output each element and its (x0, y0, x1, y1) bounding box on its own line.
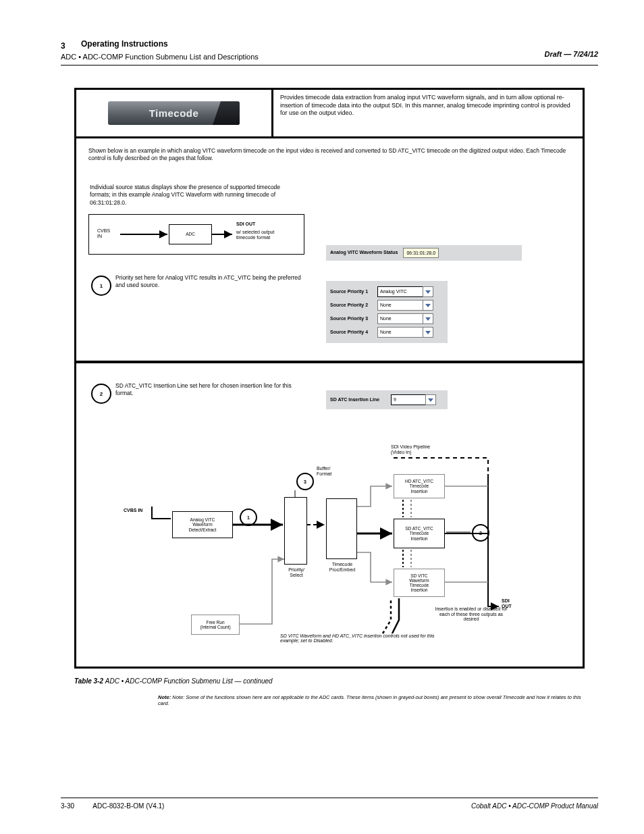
buffer-label: Buffer/Format (317, 466, 361, 476)
sp4-label: Source Priority 4 (330, 330, 376, 334)
sp1-value[interactable]: Analog VITC (377, 286, 423, 297)
sd-atc-vitc-box: SD ATC_VITCTimecodeInsertion (394, 519, 445, 548)
manual-code: ADC-8032-B-OM (V4.1) (92, 802, 164, 810)
sp3-label: Source Priority 3 (330, 316, 376, 321)
free-run-box: Free Run(Internal Count) (191, 615, 240, 635)
diag-circle-1: 1 (240, 509, 257, 526)
chevron-down-icon[interactable] (423, 300, 433, 311)
manual-title: Cobalt ADC • ADC-COMP Product Manual (471, 802, 598, 810)
tab-cell: Timecode (76, 90, 273, 138)
analog-vitc-box: Analog VITCWaveformDetect/Extract (172, 511, 233, 538)
timecode-tab-label: Timecode (149, 107, 199, 119)
timecode-tab[interactable]: Timecode (108, 101, 240, 125)
chevron-down-icon[interactable] (423, 286, 433, 297)
status-value: 06:31:01:28.0 (403, 248, 439, 258)
diagram-row: 2 SD ATC_VITC Insertion Line set here fo… (76, 363, 583, 667)
priority-panel: Source Priority 1 Analog VITC Source Pri… (326, 281, 448, 343)
sp2-label: Source Priority 2 (330, 303, 376, 307)
diag-circle-3: 3 (296, 473, 314, 490)
status-panel: Analog VITC Waveform Status 06:31:01:28.… (326, 245, 522, 261)
circle-2: 2 (91, 384, 111, 404)
chevron-down-icon[interactable] (423, 327, 433, 338)
sp4-value[interactable]: None (377, 327, 423, 338)
table-label-rest: ADC • ADC-COMP Function Submenu List — c… (105, 677, 273, 685)
tab-description-cell: Provides timecode data extraction from a… (273, 90, 583, 138)
header-date: Draft — 7/24/12 (545, 50, 598, 58)
proc-box (326, 498, 357, 559)
big-diagram: CVBS IN Analog VITCWaveformDetect/Extrac… (124, 431, 542, 660)
circle1-desc: Priority set here for Analog VITC result… (115, 274, 304, 290)
bottom-note1: SD VITC Waveform and HD ATC_VITC inserti… (280, 633, 442, 643)
priority-box (284, 497, 307, 565)
chevron-down-icon[interactable] (423, 313, 433, 324)
mini-in-label: CVBSIN (97, 228, 110, 238)
chevron-down-icon[interactable] (425, 394, 436, 405)
atc-panel: SD ATC Insertion Line 9 (326, 390, 448, 409)
circle-1: 1 (91, 276, 111, 296)
status-label: Analog VITC Waveform Status (330, 250, 398, 255)
sp2-value[interactable]: None (377, 300, 423, 311)
chapter-title: Operating Instructions (81, 39, 168, 49)
sp3-value[interactable]: None (377, 313, 423, 324)
tab-description: Provides timecode data extraction from a… (280, 94, 570, 116)
sp1-label: Source Priority 1 (330, 289, 376, 294)
mini-adc-box: ADC (169, 224, 212, 244)
note-text: Note: Note: Some of the functions shown … (158, 694, 590, 706)
subtitle: ADC • ADC-COMP Function Submenu List and… (61, 53, 598, 61)
diag-circle-2: 2 (472, 524, 489, 542)
proc-label: TimecodeProc/Embed (323, 562, 361, 572)
example-row: Shown below is an example in which analo… (76, 140, 583, 363)
mini-out-top: SDI OUT (236, 221, 255, 227)
chapter-number: 3 (61, 41, 65, 51)
circle2-desc: SD ATC_VITC Insertion Line set here for … (115, 382, 304, 398)
mini-out-bottom: w/ selected outputtimecode format (236, 230, 274, 240)
main-table: Timecode Provides timecode data extracti… (74, 88, 585, 669)
page-number: 3-30 (61, 802, 74, 810)
sd-vitc-wave-box: SD VITCWaveformTimecodeInsertion (394, 569, 445, 597)
table-label-prefix: Table 3-2 (74, 677, 103, 685)
priority-label: Priority/Select (283, 567, 310, 577)
atc-value[interactable]: 9 (391, 394, 426, 405)
atc-label: SD ATC Insertion Line (330, 397, 390, 402)
hd-atc-vitc-box: HD ATC_VITCTimecodeInsertion (394, 474, 445, 498)
video-in-label: SDI Video Pipeline(Video In) (391, 444, 452, 454)
overview-text: Shown below is an example in which analo… (88, 147, 570, 163)
source-status-desc: Individual source status displays show t… (90, 184, 299, 207)
mini-diagram: CVBSIN ADC SDI OUT w/ selected outputtim… (88, 214, 304, 255)
bottom-note2: Insertion is enabled or disabled for eac… (434, 606, 508, 622)
cvbs-in-label: CVBS IN (124, 508, 142, 513)
note-body: Note: Some of the functions shown here a… (158, 694, 581, 706)
